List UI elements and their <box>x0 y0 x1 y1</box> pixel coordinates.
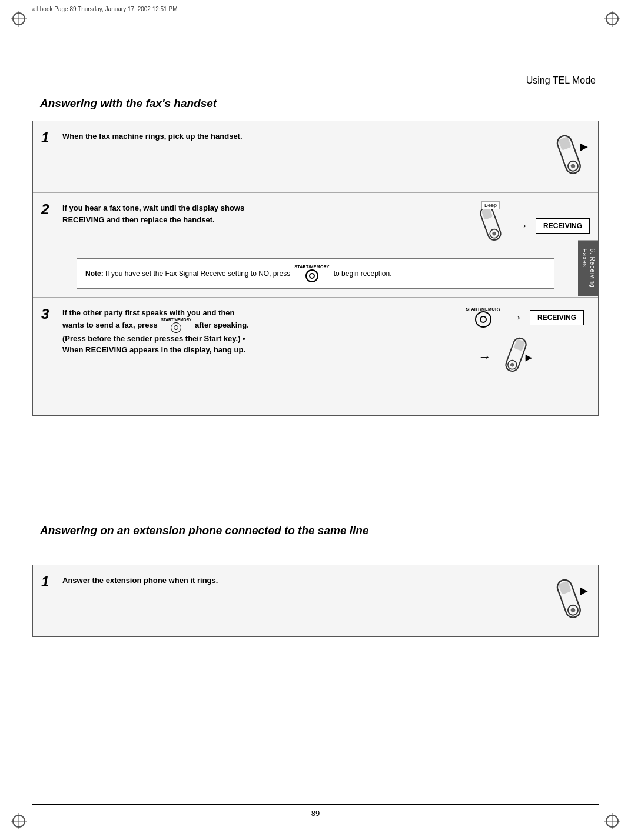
step2-note-text: Note: If you have set the Fax Signal Rec… <box>85 265 546 282</box>
page-number: 89 <box>0 809 631 818</box>
side-tab: 6. ReceivingFaxes <box>578 240 599 296</box>
step1-visual <box>549 131 590 183</box>
note-sm-inner <box>309 273 315 279</box>
reg-mark-tr <box>604 11 620 27</box>
step3-text-main: If the other party first speaks with you… <box>62 308 249 343</box>
step2-note: Note: If you have set the Fax Signal Rec… <box>77 258 554 289</box>
section1-box: 1 When the fax machine rings, pick up th… <box>32 121 599 416</box>
beep-label: Beep <box>481 201 500 209</box>
side-tab-text: 6. ReceivingFaxes <box>582 248 596 288</box>
step3-arrow1: → <box>510 310 523 325</box>
step2-note-row: Note: If you have set the Fax Signal Rec… <box>33 258 598 297</box>
section2-step1-visual <box>549 575 590 627</box>
section2-box: 1 Answer the extension phone when it rin… <box>32 565 599 637</box>
step3-number: 3 <box>41 307 58 321</box>
svg-rect-7 <box>481 208 493 220</box>
section2-step1-text: Answer the extension phone when it rings… <box>62 575 251 586</box>
note-start-memory-btn: START/MEMORY <box>294 265 330 282</box>
step2-number: 2 <box>41 202 58 216</box>
step3-row: 3 If the other party first speaks with y… <box>33 298 598 415</box>
note-text-end: to begin reception. <box>334 268 392 279</box>
step1-row: 1 When the fax machine rings, pick up th… <box>33 121 598 193</box>
section2-step1-row: 1 Answer the extension phone when it rin… <box>33 565 598 636</box>
svg-rect-17 <box>558 581 571 595</box>
svg-rect-1 <box>558 136 571 151</box>
section2-handset <box>549 575 590 627</box>
svg-rect-11 <box>514 339 526 351</box>
step3-handset <box>498 334 533 380</box>
section1-title: Answering with the fax's handset <box>40 97 217 110</box>
handset-icon-1 <box>549 131 590 183</box>
svg-point-9 <box>491 231 497 236</box>
step3-sm-label: START/MEMORY <box>161 318 191 322</box>
step2-visual: Beep → RECEIVING <box>473 202 590 249</box>
step3-sm-circle <box>171 322 181 333</box>
header-file-info: all.book Page 89 Thursday, January 17, 2… <box>32 6 177 12</box>
reg-mark-tl <box>11 11 27 27</box>
section2-title: Answering on an extension phone connecte… <box>40 524 591 538</box>
step2-arrow: → <box>516 218 529 234</box>
section2-step1-number: 1 <box>41 575 58 589</box>
step2-receiving: RECEIVING <box>536 218 590 234</box>
step3-receiving: RECEIVING <box>530 310 584 325</box>
step3-sm-btn: START/MEMORY <box>466 307 501 328</box>
step3-visual: START/MEMORY → RECEIVING → <box>464 307 590 381</box>
step3-row2: → <box>476 334 533 380</box>
note-sm-label: START/MEMORY <box>294 265 330 269</box>
step3-sm-btn-circle <box>475 311 491 328</box>
step3-sm-inner <box>174 325 178 330</box>
step3-sm-btn-label: START/MEMORY <box>466 307 501 312</box>
note-sm-circle <box>305 269 318 282</box>
step1-number: 1 <box>41 131 58 145</box>
step1-text: When the fax machine rings, pick up the … <box>62 131 251 142</box>
step3-text-block: If the other party first speaks with you… <box>62 307 251 356</box>
svg-point-3 <box>570 163 576 169</box>
svg-point-19 <box>570 607 576 613</box>
svg-point-13 <box>510 362 515 368</box>
bottom-divider <box>32 804 599 805</box>
step2-container: 2 If you hear a fax tone, wait until the… <box>33 193 598 297</box>
step2-row: 2 If you hear a fax tone, wait until the… <box>33 193 598 258</box>
page-title: Using TEL Mode <box>526 75 596 86</box>
step3-arrow2: → <box>478 349 491 365</box>
top-divider <box>32 59 599 59</box>
step3-sm-btn-inner <box>480 316 487 323</box>
step2-handset: Beep <box>473 202 509 249</box>
step3-row1: START/MEMORY → RECEIVING <box>464 307 584 328</box>
step3-sm-inline: START/MEMORY <box>161 318 191 333</box>
step2-text: If you hear a fax tone, wait until the d… <box>62 202 251 225</box>
note-label: Note: If you have set the Fax Signal Rec… <box>85 268 290 279</box>
